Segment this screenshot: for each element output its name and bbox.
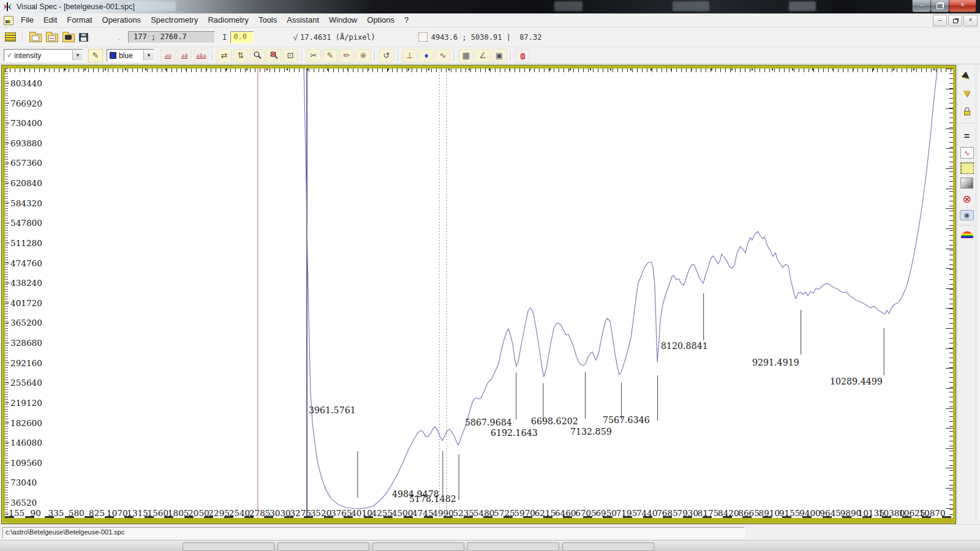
x-tick-label: 3030 (270, 508, 291, 518)
color-select[interactable]: blue ▼ (107, 49, 154, 62)
x-tick-label: 90 (31, 508, 41, 518)
toolbar-separator (212, 50, 213, 61)
toolbar-separator (398, 50, 399, 61)
rainbow-icon[interactable] (961, 231, 973, 238)
close-button[interactable]: × (949, 0, 976, 12)
curve-window-icon[interactable]: ∿ (960, 147, 974, 159)
pencil-icon[interactable]: ✎ (323, 49, 337, 62)
wavelength-annotation: 7567.6346 (603, 415, 650, 425)
menu-options[interactable]: Options (362, 14, 399, 26)
menu-radiometry[interactable]: Radiometry (203, 14, 253, 26)
x-tick-label: 825 (89, 508, 105, 518)
spectrum-plot[interactable]: 8034407669207304006938806573606208405843… (5, 69, 953, 518)
mdi-restore-button[interactable] (948, 15, 962, 26)
cut-lines-icon[interactable]: ✂ (306, 49, 321, 62)
funnel-icon[interactable]: ▼ (960, 86, 974, 100)
minimize-button[interactable]: – (912, 0, 931, 12)
menu-spectrometry[interactable]: Spectrometry (146, 14, 203, 26)
taskbar-button[interactable] (277, 542, 369, 551)
x-tick-label: 1805 (168, 508, 189, 518)
x-tick-label: 2540 (229, 508, 251, 518)
x-tick-label: 7440 (636, 508, 658, 518)
x-tick-label: 4255 (371, 508, 393, 518)
mdi-caption-buttons: – × (933, 15, 978, 26)
menu-assistant[interactable]: Assistant (282, 14, 324, 26)
select-window-icon[interactable]: ⊡ (283, 49, 298, 62)
taskbar-button[interactable] (467, 542, 559, 551)
fit-height-icon[interactable]: ⇅ (233, 49, 248, 62)
menu-edit[interactable]: Edit (39, 14, 62, 26)
wave-icon[interactable]: ∿ (435, 49, 450, 62)
visual-spec-window: Visual Spec - [betelgeuse-001.spc] – × F… (0, 0, 980, 551)
grid-icon[interactable]: ▦ (459, 49, 473, 62)
gradient-icon[interactable] (960, 178, 973, 189)
chevron-down-icon[interactable]: ▼ (143, 50, 154, 61)
brush-icon[interactable]: ※ (356, 49, 371, 62)
open-reference-icon[interactable] (62, 34, 75, 42)
menu-operations[interactable]: Operations (97, 14, 146, 26)
no-zoom-icon[interactable]: ⊗ (960, 192, 974, 206)
element-lines-1-icon[interactable]: au (160, 49, 175, 62)
x-tick-label: 9400 (799, 508, 821, 518)
x-tick-label: 7195 (616, 508, 638, 518)
menu-window[interactable]: Window (324, 14, 362, 26)
taskbar-button[interactable] (372, 542, 464, 551)
mdi-minimize-button[interactable]: – (933, 15, 947, 26)
caption-buttons: – × (913, 0, 976, 12)
lock-icon[interactable] (960, 104, 974, 118)
pen-tool-button[interactable]: ✎ (88, 49, 103, 62)
menu-format[interactable]: Format (62, 14, 97, 26)
wavelength-annotation: 10289.4499 (830, 377, 883, 386)
save-icon[interactable] (79, 33, 88, 42)
unzoom-icon[interactable] (266, 49, 281, 62)
audio-icon[interactable]: (|) (515, 49, 530, 62)
menu-file[interactable]: File (16, 14, 39, 26)
tile-windows-icon[interactable] (5, 32, 16, 42)
series-select[interactable]: ✓ intensity ▼ (4, 49, 83, 62)
camera-icon[interactable]: ◉ (960, 210, 974, 220)
open-image-icon[interactable] (29, 34, 42, 42)
menu-[interactable]: ? (399, 14, 413, 26)
element-lines-3-icon[interactable]: aka (194, 49, 208, 62)
element-lines-2-icon[interactable]: ak (177, 49, 192, 62)
x-tick-label: 3765 (331, 508, 352, 518)
chevron-down-icon[interactable]: ▼ (72, 50, 83, 61)
menu-tools[interactable]: Tools (254, 14, 282, 26)
x-tick-label: 580 (69, 508, 85, 518)
open-profile-icon[interactable] (46, 34, 58, 42)
zoom-icon[interactable] (250, 49, 265, 62)
taskbar-button[interactable] (183, 542, 274, 551)
color-select-value: blue (119, 51, 133, 60)
selection-mode-icon[interactable] (960, 162, 974, 174)
x-tick-label: 6705 (575, 508, 597, 518)
app-logo-icon (3, 2, 13, 12)
fit-width-icon[interactable]: ⇄ (217, 49, 232, 62)
equals-icon[interactable]: = (960, 129, 974, 143)
taskbar-button[interactable] (562, 542, 654, 551)
status-bar: c:\astro\Betelgeuse\Betelgeuse-001.spc (0, 524, 980, 541)
x-tick-label: 2785 (249, 508, 271, 518)
y-tick-label: 693880 (10, 138, 42, 148)
chart-box-icon[interactable]: ▣ (492, 49, 507, 62)
x-tick-label: 1315 (127, 508, 148, 518)
cursor-position-field[interactable]: 177 ; 2760.7 (128, 31, 215, 43)
y-tick-label: 328680 (10, 338, 42, 348)
pointer-icon[interactable]: ▶ (957, 66, 977, 86)
selection-icon (418, 32, 428, 42)
series-select-value: intensity (14, 51, 41, 60)
water-drop-icon[interactable]: ♦ (419, 49, 434, 62)
undo-icon[interactable]: ↺ (379, 49, 394, 62)
x-tick-label: 6950 (595, 508, 617, 518)
slope-icon[interactable]: ∠ (475, 49, 490, 62)
document-icon[interactable] (4, 16, 13, 25)
restore-icon (937, 3, 943, 9)
check-icon: ✓ (7, 51, 12, 59)
x-tick-label: 10870 (919, 508, 945, 518)
restore-button[interactable] (930, 0, 949, 12)
pencil-red-icon[interactable]: ✏ (339, 49, 354, 62)
mdi-close-button[interactable]: × (963, 15, 978, 26)
intensity-value-field[interactable]: 0.0 (230, 31, 254, 43)
baseline-icon[interactable]: ⊥ (402, 49, 417, 62)
toolbar-separator (22, 32, 23, 43)
spectrum-curve (304, 69, 938, 509)
